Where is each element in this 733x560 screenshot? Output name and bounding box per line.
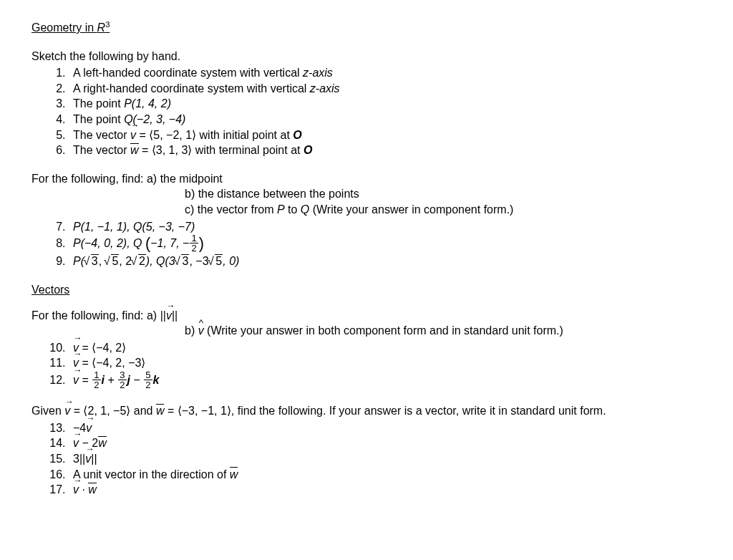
problem-list-1: A left-handed coordinate system with ver… — [31, 65, 702, 158]
vector-v: v — [130, 127, 136, 143]
vector-v: v — [86, 420, 92, 436]
unit-k: k — [153, 374, 160, 386]
vector-v: v — [85, 451, 91, 467]
instruction-sketch: Sketch the following by hand. — [31, 49, 702, 64]
title-variable: R — [97, 21, 106, 34]
sqrt-icon: 5 — [105, 254, 120, 269]
fraction: 32 — [118, 370, 126, 390]
vector-w: w — [130, 143, 139, 158]
list-item: The point P(1, 4, 2) — [69, 96, 702, 112]
list-item: v = ⟨−4, 2, −3⟩ — [69, 355, 702, 371]
list-item: v = 12i + 32j − 52k — [69, 371, 702, 390]
fraction: 12 — [92, 370, 100, 390]
list-item: v · w — [69, 482, 702, 498]
instruction-find-1: For the following, find: a) the midpoint — [31, 171, 702, 187]
list-item: The point Q(−2, 3, −4) — [69, 112, 702, 127]
problem-list-3: v = ⟨−4, 2⟩ v = ⟨−4, 2, −3⟩ v = 12i + 32… — [31, 340, 702, 390]
vector-v: v — [73, 372, 79, 388]
fraction-half: 12 — [190, 233, 198, 253]
vector-w: w — [98, 435, 107, 451]
vector-v: v — [73, 482, 79, 498]
point-p: P(1, 4, 2) — [124, 97, 171, 110]
list-item: 3||v|| — [69, 451, 702, 467]
vector-v: v — [166, 308, 172, 324]
list-item: P(−4, 0, 2), Q (−1, 7, −12) — [69, 234, 702, 254]
list-item: v = ⟨−4, 2⟩ — [69, 340, 702, 356]
list-item: A unit vector in the direction of w — [69, 467, 702, 483]
list-item: The vector w = ⟨3, 1, 3⟩ with terminal p… — [69, 143, 702, 158]
vector-w: w — [88, 482, 97, 498]
sqrt-icon: 2 — [132, 254, 146, 269]
problem-list-2: P(1, −1, 1), Q(5, −3, −7) P(−4, 0, 2), Q… — [31, 219, 702, 269]
list-item: −4v — [69, 420, 702, 436]
instruction-given: Given v = ⟨2, 1, −5⟩ and w = ⟨−3, −1, 1⟩… — [31, 403, 702, 419]
instruction-find-2: For the following, find: a) ||v|| — [31, 308, 702, 324]
problem-list-4: −4v v − 2w 3||v|| A unit vector in the d… — [31, 420, 702, 498]
sqrt-icon: 3 — [84, 254, 99, 269]
z-axis-var: z-axis — [303, 67, 333, 79]
vector-v: v — [64, 403, 70, 419]
section-heading-vectors: Vectors — [31, 282, 702, 298]
title-superscript: 3 — [105, 20, 110, 29]
sqrt-icon: 5 — [209, 254, 223, 269]
list-item: P(1, −1, 1), Q(5, −3, −7) — [69, 219, 702, 235]
list-item: A right-handed coordinate system with ve… — [69, 81, 702, 97]
subitem-b2: b) v (Write your answer in both componen… — [185, 323, 702, 339]
fraction: 52 — [144, 370, 152, 390]
list-item: v − 2w — [69, 435, 702, 451]
list-item: A left-handed coordinate system with ver… — [69, 65, 702, 81]
page-title: Geometry in R3 — [31, 20, 702, 36]
origin-o: O — [304, 144, 312, 156]
subitem-c: c) the vector from P to Q (Write your an… — [185, 202, 702, 218]
unit-vector-v: v — [198, 323, 204, 339]
vector-w: w — [230, 467, 238, 483]
vector-w: w — [156, 403, 165, 419]
subitem-b: b) the distance between the points — [185, 186, 702, 202]
title-text: Geometry in — [31, 21, 97, 34]
origin-o: O — [293, 129, 301, 141]
vector-v: v — [73, 435, 79, 451]
z-axis-var: z-axis — [310, 82, 340, 95]
list-item: P(3, 5, 22), Q(33, −35, 0) — [69, 254, 702, 269]
sqrt-icon: 3 — [175, 254, 190, 269]
list-item: The vector v = ⟨5, −2, 1⟩ with initial p… — [69, 127, 702, 143]
